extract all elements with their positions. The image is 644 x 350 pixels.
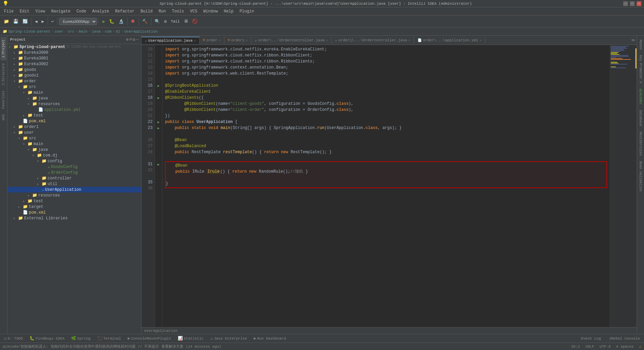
toolbar-build-btn[interactable]: 🔨 bbox=[141, 18, 149, 25]
toolbar-coverage-btn[interactable]: 🔬 bbox=[117, 18, 125, 25]
toolbar-stop2-btn[interactable]: 🚫 bbox=[191, 18, 199, 25]
bottom-tab-todo[interactable]: ☑ 6: TODO bbox=[1, 335, 25, 342]
tree-external-libs[interactable]: ▸ 📁 External Libraries bbox=[7, 215, 141, 221]
run-gutter-18[interactable]: ▶ bbox=[155, 95, 162, 101]
tree-eureka3001[interactable]: ▸ 📁 Eureka3001 bbox=[7, 55, 141, 61]
toolbar-save-btn[interactable]: 💾 bbox=[11, 18, 20, 25]
tree-user-target[interactable]: ▸ 📁 target bbox=[7, 204, 141, 210]
tree-user-src[interactable]: ▾ 📁 src bbox=[7, 135, 141, 141]
menu-file[interactable]: File bbox=[1, 8, 16, 14]
tree-user-resources[interactable]: ▸ 📁 resources bbox=[7, 192, 141, 198]
bc-java[interactable]: java bbox=[92, 30, 100, 34]
tree-user-comdj[interactable]: ▾ 📁 com.dj bbox=[7, 152, 141, 158]
toolbar-undo-btn[interactable]: ↩ bbox=[50, 18, 56, 25]
right-tab-beanvalidation[interactable]: Bean Validation bbox=[638, 159, 643, 194]
menu-vcs[interactable]: VCS bbox=[187, 8, 200, 14]
menu-build[interactable]: Build bbox=[138, 8, 155, 14]
bc-src[interactable]: src bbox=[68, 30, 74, 34]
bc-spring-cloud-parent[interactable]: Spring-cloud-parent bbox=[8, 30, 50, 34]
tab-order[interactable]: m order ✕ bbox=[200, 37, 224, 44]
bc-userapplication[interactable]: UserApplication bbox=[124, 30, 158, 34]
left-tab-web[interactable]: Web bbox=[1, 112, 6, 123]
sidebar-minimize-btn[interactable]: — bbox=[136, 37, 139, 42]
right-tab-database[interactable]: Database bbox=[638, 107, 643, 129]
menu-run[interactable]: Run bbox=[156, 8, 169, 14]
menu-navigate[interactable]: Navigate bbox=[48, 8, 73, 14]
run-gutter-31[interactable]: ▶ bbox=[155, 161, 162, 167]
run-gutter-23[interactable]: ▶ bbox=[155, 125, 162, 131]
menu-view[interactable]: View bbox=[33, 8, 48, 14]
run-config-combo[interactable]: Eureka3000App bbox=[59, 18, 97, 25]
tree-eureka3002[interactable]: ▸ 📁 Eureka3002 bbox=[7, 61, 141, 67]
bottom-tab-eventlog[interactable]: Event Log bbox=[578, 336, 603, 341]
tree-goods1[interactable]: ▸ 📁 goods1 bbox=[7, 73, 141, 78]
sidebar-add-btn[interactable]: ⊕ bbox=[126, 37, 129, 42]
tree-user-test[interactable]: ▸ 📁 test bbox=[7, 198, 141, 204]
close-button[interactable]: ✕ bbox=[637, 1, 641, 6]
tree-user-goodsconfig[interactable]: ☕ GoodsConfig bbox=[7, 164, 141, 170]
tree-goods[interactable]: ▸ 📁 goods bbox=[7, 67, 141, 73]
tab-order1[interactable]: m order1 ✕ bbox=[224, 37, 252, 44]
bc-user[interactable]: user bbox=[55, 30, 63, 34]
menu-edit[interactable]: Edit bbox=[17, 8, 32, 14]
bottom-tab-javaenterprise[interactable]: ☕ Java Enterprise bbox=[208, 335, 250, 342]
menu-refactor[interactable]: Refactor bbox=[112, 8, 137, 14]
minimize-button[interactable]: ─ bbox=[623, 1, 628, 6]
bottom-tab-findbugs[interactable]: 🐛 FindBugs-IDEA bbox=[27, 335, 67, 342]
menu-help[interactable]: Help bbox=[221, 8, 236, 14]
bottom-tab-terminal[interactable]: ⬛ Terminal bbox=[95, 335, 124, 342]
toolbar-search-btn[interactable]: 🔍 bbox=[153, 18, 162, 25]
tree-order[interactable]: ▾ 📁 order bbox=[7, 78, 141, 84]
toolbar-project-btn[interactable]: 📁 bbox=[2, 18, 11, 25]
sidebar-collapse-btn[interactable]: ≡ bbox=[129, 37, 132, 42]
left-tab-favorites[interactable]: Favorites bbox=[1, 88, 6, 112]
tree-user-pom[interactable]: 📄 pom.xml bbox=[7, 210, 141, 215]
toolbar-stop-btn[interactable]: ⏹ bbox=[129, 18, 137, 25]
toolbar-settings-btn[interactable]: ⚙ bbox=[162, 18, 168, 25]
toolbar-debug-btn[interactable]: 🐛 bbox=[107, 18, 116, 25]
bc-main[interactable]: main bbox=[78, 30, 87, 34]
bottom-tab-statistic[interactable]: 📊 Statistic bbox=[175, 335, 206, 342]
tab-order1controller-close[interactable]: ✕ bbox=[409, 38, 411, 42]
tab-ordercontroller-close[interactable]: ✕ bbox=[326, 38, 328, 42]
tree-order-yml[interactable]: 📄 application.yml bbox=[7, 107, 141, 113]
bottom-tab-rundashboard[interactable]: ▶ Run Dashboard bbox=[251, 335, 288, 342]
right-tab-restservices[interactable]: RestServices bbox=[638, 129, 643, 159]
maximize-button[interactable]: □ bbox=[630, 1, 635, 6]
bc-com[interactable]: com bbox=[105, 30, 112, 34]
bottom-tab-jrebel[interactable]: JRebel Console bbox=[606, 336, 643, 341]
tree-user-orderconfig[interactable]: ☕ OrderConfig bbox=[7, 170, 141, 175]
toolbar-forward-btn[interactable]: ▶ bbox=[40, 18, 46, 25]
menu-plugin[interactable]: Plugin bbox=[237, 8, 257, 14]
tree-order-pom[interactable]: 📄 pom.xml bbox=[7, 118, 141, 124]
tab-order1-close[interactable]: ✕ bbox=[246, 38, 248, 42]
toolbar-back-btn[interactable]: ◀ bbox=[33, 18, 39, 25]
tree-order-main[interactable]: ▾ 📁 main bbox=[7, 90, 141, 95]
menu-tools[interactable]: Tools bbox=[169, 8, 187, 14]
tab-overflow[interactable]: ≫ bbox=[631, 38, 637, 42]
menu-window[interactable]: Window bbox=[201, 8, 220, 14]
code-content[interactable]: import org.springframework.cloud.netflix… bbox=[162, 45, 610, 327]
tree-order-src[interactable]: ▾ 📁 src bbox=[7, 84, 141, 90]
menu-code[interactable]: Code bbox=[74, 8, 89, 14]
right-tab-aixcoder[interactable]: aiXcoder bbox=[638, 86, 643, 107]
run-gutter-16[interactable]: ▶ bbox=[155, 83, 162, 89]
tree-order-java[interactable]: ▸ 📁 java bbox=[7, 95, 141, 101]
right-tab-maven[interactable]: Maven bbox=[638, 37, 643, 52]
bc-dj[interactable]: dj bbox=[116, 30, 120, 34]
toolbar-tail-btn[interactable]: Tail bbox=[169, 18, 181, 25]
tree-user-application[interactable]: ☕ UserApplication bbox=[7, 187, 141, 192]
tab-userapplication[interactable]: ☕ UserApplication.java ✕ bbox=[142, 37, 200, 44]
tab-order-close[interactable]: ✕ bbox=[219, 38, 221, 42]
toolbar-sync-btn[interactable]: 🔄 bbox=[21, 18, 30, 25]
tab-ordercontroller[interactable]: ☕ order\...\OrderController.java ✕ bbox=[252, 37, 332, 44]
tree-user-java[interactable]: ▾ 📁 java bbox=[7, 147, 141, 152]
tree-user-main[interactable]: ▾ 📁 main bbox=[7, 141, 141, 147]
tree-user-util[interactable]: ▸ 📁 util bbox=[7, 181, 141, 187]
tree-order-resources[interactable]: ▾ 📁 resources bbox=[7, 101, 141, 107]
toolbar-presentation-btn[interactable]: 🖥 bbox=[182, 18, 190, 25]
sidebar-settings-btn[interactable]: ⚙ bbox=[132, 37, 135, 42]
tab-userapplication-close[interactable]: ✕ bbox=[194, 39, 196, 43]
bottom-tab-spring[interactable]: 🌿 Spring bbox=[68, 335, 93, 342]
left-tab-project[interactable]: 1:Project bbox=[1, 37, 6, 60]
